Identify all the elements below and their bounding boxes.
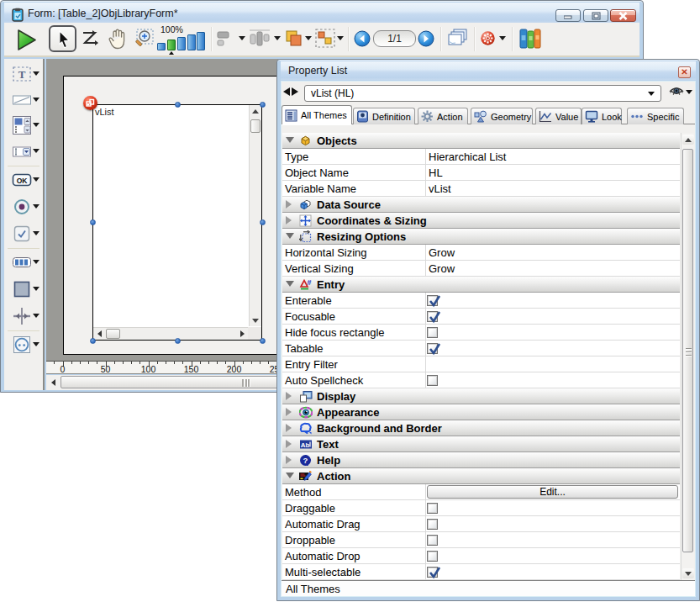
section-background-and-border[interactable]: Background and Border [282,420,680,436]
section-action[interactable]: Action [282,468,680,484]
align-button[interactable] [217,29,237,48]
section-help[interactable]: ?Help [282,452,680,468]
section-resizing-options[interactable]: Resizing Options [282,229,680,245]
collapsed-triangle-icon[interactable] [286,409,292,416]
property-row-entry-filter[interactable]: Entry Filter [282,356,680,372]
text-dropdown-icon[interactable] [33,71,39,76]
sidebar-tool-plugin-area[interactable] [8,335,45,356]
tab-specific[interactable]: Specific [627,108,684,124]
property-row-automatic-drag[interactable]: Automatic Drag [282,516,680,532]
sidebar-tool-splitter[interactable] [8,306,45,328]
property-row-multi-selectable[interactable]: Multi-selectable [282,564,680,580]
tab-value[interactable]: Value [535,108,582,124]
object-hscroll-thumb[interactable] [106,329,120,339]
property-list-titlebar[interactable]: Property List [281,61,696,80]
tab-action[interactable]: Action [418,108,468,124]
tab-all-themes[interactable]: All Themes [282,105,352,124]
property-row-enterable[interactable]: Enterable [282,293,680,309]
display-pages-button[interactable] [447,28,469,50]
group-button[interactable] [315,29,335,48]
previous-page-button[interactable] [354,30,371,47]
section-appearance[interactable]: Appearance [282,404,680,420]
zoom-bar-1[interactable] [157,43,166,50]
main-titlebar[interactable]: Form: [Table_2]ObjLibraryForm* [4,3,639,23]
section-data-source[interactable]: Data Source [282,197,680,213]
checkbox-automatic-drag[interactable] [427,519,438,530]
prop-scroll-up-icon[interactable] [682,135,694,145]
collapsed-triangle-icon[interactable] [286,217,292,224]
checkbox-hide-focus-rectangle[interactable] [427,327,438,338]
property-value[interactable]: vList [429,182,451,195]
property-row-vertical-sizing[interactable]: Vertical SizingGrow [282,261,680,277]
selection-handle[interactable] [260,338,266,344]
scroll-up-icon[interactable] [250,106,261,116]
zoom-bar-2[interactable] [167,40,176,50]
zoom-bar-3[interactable] [177,37,186,50]
property-value[interactable]: Grow [429,262,455,275]
property-row-auto-spellcheck[interactable]: Auto Spellcheck [282,372,680,388]
scroll-down-icon[interactable] [250,315,261,325]
next-page-button[interactable] [418,30,434,47]
property-row-hide-focus-rectangle[interactable]: Hide focus rectangle [282,325,680,341]
check-box-dropdown-icon[interactable] [33,231,39,235]
checkbox-automatic-drop[interactable] [427,551,438,562]
edit-method-button[interactable]: Edit... [427,485,678,499]
form-menu-button[interactable] [479,29,497,47]
selection-handle[interactable] [260,102,266,108]
checkbox-focusable[interactable] [427,311,438,322]
section-display[interactable]: Display [282,388,680,404]
property-row-object-name[interactable]: Object NameHL [282,165,680,181]
close-button[interactable] [610,9,636,22]
selection-handle[interactable] [90,338,96,344]
execute-form-button[interactable] [16,29,37,51]
collapsed-triangle-icon[interactable] [286,201,292,209]
distribute-button[interactable] [249,29,271,48]
object-selector-combobox[interactable]: vList (HL) [304,85,661,102]
tab-definition[interactable]: Definition [353,108,415,124]
property-row-tabable[interactable]: Tabable [282,341,680,356]
sidebar-tool-line[interactable] [8,90,45,112]
scroll-left-icon[interactable] [94,328,104,340]
sidebar-tool-tab-control[interactable] [8,252,45,274]
expanded-triangle-icon[interactable] [286,281,294,287]
level-button[interactable] [284,29,303,48]
selection-tool-button[interactable] [49,25,76,52]
property-list-close-button[interactable]: ✕ [678,66,691,78]
level-dropdown-icon[interactable] [305,36,312,40]
property-row-horizontal-sizing[interactable]: Horizontal SizingGrow [282,245,680,261]
rectangle-dropdown-icon[interactable] [33,287,39,291]
object-horizontal-scrollbar[interactable] [93,327,248,340]
radio-button-dropdown-icon[interactable] [33,204,39,209]
property-row-droppable[interactable]: Droppable [282,532,680,548]
entry-order-button[interactable] [81,29,100,47]
prop-scroll-down-icon[interactable] [682,568,694,578]
checkbox-droppable[interactable] [427,535,438,546]
object-vscroll-thumb[interactable] [250,119,261,133]
section-text[interactable]: AbText [282,436,680,452]
object-events-badge[interactable] [83,96,97,110]
zoom-tool-button[interactable] [133,29,154,49]
property-row-automatic-drop[interactable]: Automatic Drop [282,548,680,564]
sidebar-tool-button[interactable]: OK [8,170,45,192]
combo-box-dropdown-icon[interactable] [33,149,39,153]
hierarchical-list-object[interactable]: vList [92,104,262,341]
tab-look[interactable]: Look [582,108,622,124]
plugin-area-dropdown-icon[interactable] [33,342,39,346]
sidebar-tool-combo-box[interactable] [8,141,45,163]
page-indicator-field[interactable]: 1/1 [373,30,416,47]
collapsed-triangle-icon[interactable] [286,425,292,432]
sidebar-tool-check-box[interactable] [8,224,45,246]
property-value[interactable]: Hierarchical List [429,150,506,163]
align-dropdown-icon[interactable] [239,36,245,40]
zoom-bar-5[interactable] [197,32,205,50]
checkbox-enterable[interactable] [427,295,438,306]
property-row-focusable[interactable]: Focusable [282,309,680,325]
property-row-variable-name[interactable]: Variable NamevList [282,181,680,197]
next-object-icon[interactable] [292,87,298,96]
form-menu-dropdown-icon[interactable] [499,36,506,40]
property-list-scrollbar[interactable] [681,133,694,580]
selection-handle[interactable] [175,338,181,344]
zoom-bar-4[interactable] [187,34,196,50]
collapsed-triangle-icon[interactable] [286,441,292,448]
canvas-scroll-left-icon[interactable] [47,376,60,389]
